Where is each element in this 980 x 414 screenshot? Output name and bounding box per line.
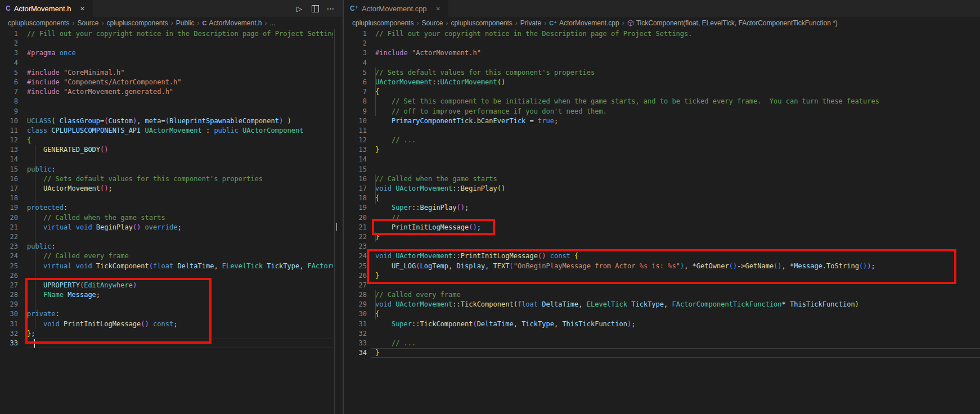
code-line[interactable]: 9	[0, 107, 333, 116]
code-line[interactable]: 3#include "ActorMovement.h"	[344, 48, 980, 58]
code-line[interactable]: 6#include "Components/ActorComponent.h"	[0, 78, 333, 87]
line-number: 27	[0, 281, 18, 290]
code-line[interactable]: 20 //	[344, 213, 980, 223]
code-line[interactable]: 4	[0, 58, 333, 68]
code-line[interactable]: 30private:	[0, 309, 333, 319]
breadcrumb-separator: ›	[622, 19, 624, 27]
code-line[interactable]: 28// Called every frame	[344, 290, 980, 300]
code-line[interactable]: 27 UPROPERTY(EditAnywhere)	[0, 281, 333, 290]
code-line[interactable]: 2	[0, 39, 333, 48]
code-line[interactable]: 1// Fill out your copyright notice in th…	[0, 29, 333, 39]
code-line[interactable]: 20 // Called when the game starts	[0, 213, 333, 223]
breadcrumb-item[interactable]: ...	[270, 19, 276, 27]
code-line[interactable]: 5// Sets default values for this compone…	[344, 68, 980, 78]
tab-actormovement-cpp[interactable]: C⁺ ActorMovement.cpp ✕	[344, 0, 449, 17]
code-line[interactable]: 28 FName Message;	[0, 290, 333, 300]
code-line[interactable]: 24 // Called every frame	[0, 251, 333, 261]
breadcrumb-item[interactable]: cplupluscomponents	[8, 19, 69, 27]
code-line[interactable]: 13}	[344, 145, 980, 155]
editor-group-divider[interactable]	[343, 0, 344, 414]
code-line[interactable]: 31 Super::TickComponent(DeltaTime, TickT…	[344, 320, 980, 329]
code-line[interactable]: 18	[0, 194, 333, 203]
code-text: UE_LOG(LogTemp, Display, TEXT("OnBeginPl…	[375, 262, 875, 271]
code-line[interactable]: 9 // off to improve performance if you d…	[344, 107, 980, 116]
code-line[interactable]: 1// Fill out your copyright notice in th…	[344, 29, 980, 39]
code-line[interactable]: 32};	[0, 329, 333, 339]
code-line[interactable]: 16// Called when the game starts	[344, 174, 980, 184]
code-line[interactable]: 12{	[0, 136, 333, 145]
breadcrumb-item[interactable]: Source	[77, 19, 98, 27]
breadcrumb-label: TickComponent(float, ELevelTick, FActorC…	[636, 19, 838, 27]
code-line[interactable]: 17void UActorMovement::BeginPlay()	[344, 184, 980, 194]
code-line[interactable]: 19protected:	[0, 203, 333, 213]
more-actions-button[interactable]: ⋯	[326, 3, 336, 14]
code-line[interactable]: 25 UE_LOG(LogTemp, Display, TEXT("OnBegi…	[344, 262, 980, 271]
code-line[interactable]: 17 UActorMovement();	[0, 184, 333, 194]
code-editor-cpp-file[interactable]: 1// Fill out your copyright notice in th…	[344, 29, 980, 414]
breadcrumb-item[interactable]: Public	[176, 19, 195, 27]
code-text: }	[375, 348, 379, 358]
tab-actormovement-h[interactable]: C ActorMovement.h ✕	[0, 0, 93, 17]
code-text: PrimaryComponentTick.bCanEverTick = true…	[375, 116, 558, 126]
code-line[interactable]: 32	[344, 329, 980, 339]
code-line[interactable]: 31 void PrintInitLogMessage() const;	[0, 320, 333, 329]
code-line[interactable]: 21 virtual void BeginPlay() override;	[0, 223, 333, 232]
breadcrumb-item[interactable]: cplupluscomponents	[352, 19, 413, 27]
code-line[interactable]: 19 Super::BeginPlay();	[344, 203, 980, 213]
code-line[interactable]: 23public:	[0, 242, 333, 251]
code-line[interactable]: 3#pragma once	[0, 48, 333, 58]
code-line[interactable]: 29	[0, 300, 333, 309]
code-line[interactable]: 18{	[344, 194, 980, 203]
code-line[interactable]: 7#include "ActorMovement.generated.h"	[0, 87, 333, 97]
breadcrumb-item[interactable]: C⁺ActorMovement.cpp	[549, 19, 619, 27]
code-line[interactable]: 15	[344, 165, 980, 174]
code-line[interactable]: 11class CPLUPLUSCOMPONENTS_API UActorMov…	[0, 126, 333, 136]
breadcrumb-item[interactable]: Private	[520, 19, 541, 27]
code-line[interactable]: 8 // Set this component to be initialize…	[344, 97, 980, 106]
breadcrumb-item[interactable]: cplupluscomponents	[451, 19, 512, 27]
code-line[interactable]: 25 virtual void TickComponent(float Delt…	[0, 262, 333, 271]
close-icon[interactable]: ✕	[78, 4, 87, 13]
code-line[interactable]: 14	[344, 155, 980, 164]
code-line[interactable]: 15public:	[0, 165, 333, 174]
line-number: 32	[349, 329, 367, 339]
code-line[interactable]: 5#include "CoreMinimal.h"	[0, 68, 333, 78]
code-text: Super::BeginPlay();	[375, 203, 469, 213]
code-line[interactable]: 26}	[344, 271, 980, 281]
code-line[interactable]: 4	[344, 58, 980, 68]
code-line[interactable]: 30{	[344, 309, 980, 319]
breadcrumb-item[interactable]: TickComponent(float, ELevelTick, FActorC…	[627, 19, 838, 27]
close-icon[interactable]: ✕	[434, 4, 443, 13]
breadcrumb-item[interactable]: Source	[421, 19, 443, 27]
code-line[interactable]: 23	[344, 242, 980, 251]
code-line[interactable]: 21 PrintInitLogMessage();	[344, 223, 980, 232]
code-line[interactable]: 11	[344, 126, 980, 136]
code-line[interactable]: 22}	[344, 232, 980, 242]
code-line[interactable]: 16 // Sets default values for this compo…	[0, 174, 333, 184]
code-line[interactable]: 10 PrimaryComponentTick.bCanEverTick = t…	[344, 116, 980, 126]
split-editor-button[interactable]	[310, 3, 320, 14]
code-line[interactable]: 2	[344, 39, 980, 48]
code-line[interactable]: 14	[0, 155, 333, 164]
code-line[interactable]: 24void UActorMovement::PrintInitLogMessa…	[344, 251, 980, 261]
code-line[interactable]: 33	[0, 339, 333, 348]
code-line[interactable]: 10UCLASS( ClassGroup=(Custom), meta=(Blu…	[0, 116, 333, 126]
code-line[interactable]: 8	[0, 97, 333, 106]
code-line[interactable]: 27	[344, 281, 980, 290]
code-line[interactable]: 34}	[344, 348, 980, 358]
code-line[interactable]: 12 // ...	[344, 136, 980, 145]
breadcrumb-item[interactable]: cplupluscomponents	[106, 19, 168, 27]
code-line[interactable]: 22	[0, 232, 333, 242]
code-editor-header-file[interactable]: 1// Fill out your copyright notice in th…	[0, 29, 333, 414]
line-number: 13	[349, 145, 367, 155]
code-line[interactable]: 6UActorMovement::UActorMovement()	[344, 78, 980, 87]
cpp-file-icon: C⁺	[549, 20, 557, 27]
line-number: 19	[349, 203, 367, 213]
code-line[interactable]: 7{	[344, 87, 980, 97]
run-button[interactable]: ▷	[294, 3, 304, 14]
code-line[interactable]: 29void UActorMovement::TickComponent(flo…	[344, 300, 980, 309]
code-line[interactable]: 33 // ...	[344, 339, 980, 348]
code-line[interactable]: 13 GENERATED_BODY()	[0, 145, 333, 155]
breadcrumb-item[interactable]: CActorMovement.h	[203, 19, 262, 27]
code-line[interactable]: 26	[0, 271, 333, 281]
